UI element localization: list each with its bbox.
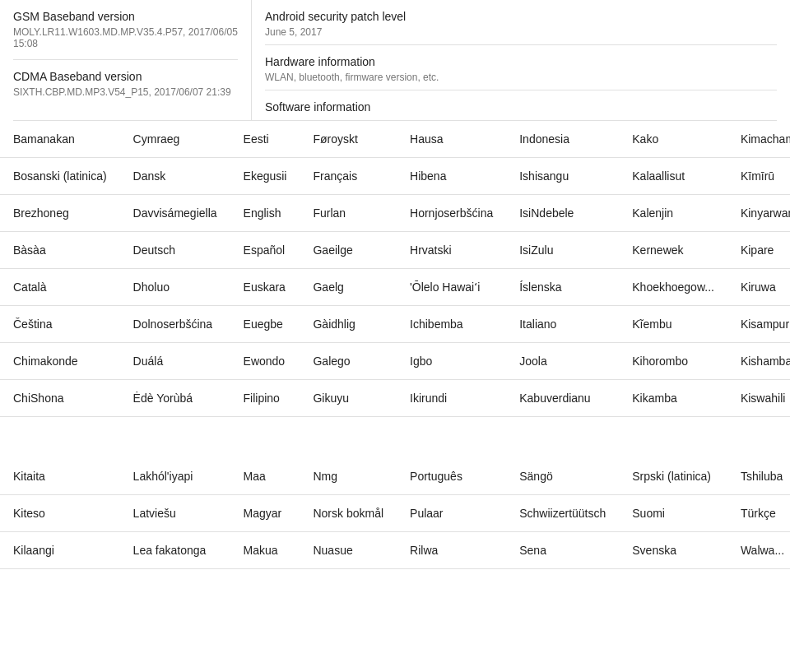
language-cell[interactable]: Bamanakan <box>0 121 120 158</box>
language-cell[interactable]: Davvisámegiella <box>120 195 230 232</box>
language-cell[interactable]: Indonesia <box>506 121 619 158</box>
hardware-sub: WLAN, bluetooth, firmware version, etc. <box>265 72 777 83</box>
language-cell[interactable]: Ishisangu <box>506 158 619 195</box>
language-cell[interactable]: Suomi <box>619 495 727 532</box>
language-cell[interactable]: Dansk <box>120 158 230 195</box>
language-cell[interactable]: Chimakonde <box>0 343 120 380</box>
language-cell[interactable]: Eesti <box>230 121 300 158</box>
language-cell[interactable]: Khoekhoegow... <box>619 269 727 306</box>
language-cell[interactable]: Ichibemba <box>397 306 506 343</box>
language-cell[interactable]: Srpski (latinica) <box>619 458 727 495</box>
language-cell[interactable]: Walwa... <box>727 532 790 569</box>
cdma-value: SIXTH.CBP.MD.MP3.V54_P15, 2017/06/07 21:… <box>13 86 238 98</box>
language-cell[interactable]: Kipare <box>727 232 790 269</box>
language-cell[interactable]: Euegbe <box>230 306 300 343</box>
language-cell[interactable]: Hrvatski <box>397 232 506 269</box>
language-cell[interactable]: Català <box>0 269 120 306</box>
language-cell[interactable]: Sängö <box>506 458 619 495</box>
language-cell[interactable]: Filipino <box>230 380 300 417</box>
language-cell[interactable]: Latviešu <box>120 495 230 532</box>
language-cell[interactable]: Hibena <box>397 158 506 195</box>
language-cell[interactable]: Dholuo <box>120 269 230 306</box>
language-cell[interactable]: Kitaita <box>0 458 120 495</box>
language-cell[interactable]: Íslenska <box>506 269 619 306</box>
language-cell[interactable]: Nmg <box>300 458 397 495</box>
language-cell[interactable]: Ėdè Yorùbá <box>120 380 230 417</box>
language-cell[interactable]: English <box>230 195 300 232</box>
language-cell[interactable]: Rilwa <box>397 532 506 569</box>
hardware-title: Hardware information <box>265 55 777 68</box>
language-cell[interactable]: Kiruwa <box>727 269 790 306</box>
language-cell[interactable]: Magyar <box>230 495 300 532</box>
language-cell[interactable]: Italiano <box>506 306 619 343</box>
language-cell[interactable]: Sena <box>506 532 619 569</box>
language-cell[interactable]: Kishambaa <box>727 343 790 380</box>
language-cell[interactable]: Deutsch <box>120 232 230 269</box>
language-cell[interactable]: Español <box>230 232 300 269</box>
language-cell[interactable]: Ewondo <box>230 343 300 380</box>
language-cell[interactable]: IsiZulu <box>506 232 619 269</box>
language-cell[interactable]: Kimachame <box>727 121 790 158</box>
language-cell[interactable]: Lakhól'iyapi <box>120 458 230 495</box>
language-cell[interactable]: Dolnoserbšćina <box>120 306 230 343</box>
language-cell[interactable]: Kiswahili <box>727 380 790 417</box>
language-cell[interactable]: Kinyarwanda <box>727 195 790 232</box>
language-cell[interactable]: Cymraeg <box>120 121 230 158</box>
language-cell[interactable]: Kako <box>619 121 727 158</box>
language-cell[interactable]: Norsk bokmål <box>300 495 397 532</box>
language-cell[interactable]: Lea fakatonga <box>120 532 230 569</box>
android-title: Android security patch level <box>265 10 777 23</box>
language-cell[interactable]: Gàidhlig <box>300 306 397 343</box>
language-cell[interactable]: Furlan <box>300 195 397 232</box>
language-cell[interactable]: Kabuverdianu <box>506 380 619 417</box>
language-cell[interactable]: Kisampur <box>727 306 790 343</box>
language-cell[interactable]: Ikirundi <box>397 380 506 417</box>
language-cell[interactable]: Gaelg <box>300 269 397 306</box>
language-cell[interactable]: Kalenjin <box>619 195 727 232</box>
language-cell[interactable]: Kalaallisut <box>619 158 727 195</box>
language-cell[interactable]: Makua <box>230 532 300 569</box>
language-cell[interactable]: Duálá <box>120 343 230 380</box>
language-cell[interactable]: Bosanski (latinica) <box>0 158 120 195</box>
gsm-title: GSM Baseband version <box>13 10 238 23</box>
language-cell[interactable]: Kernewek <box>619 232 727 269</box>
language-cell[interactable]: Türkçe <box>727 495 790 532</box>
language-cell[interactable]: Kĩembu <box>619 306 727 343</box>
language-cell[interactable]: Hornjoserbšćina <box>397 195 506 232</box>
language-cell[interactable]: Bàsàa <box>0 232 120 269</box>
language-cell[interactable]: ChiShona <box>0 380 120 417</box>
language-cell[interactable]: IsiNdebele <box>506 195 619 232</box>
language-cell[interactable]: Hausa <box>397 121 506 158</box>
language-cell[interactable]: Gaeilge <box>300 232 397 269</box>
language-cell[interactable]: Kīmīrū <box>727 158 790 195</box>
language-cell[interactable]: Føroyskt <box>300 121 397 158</box>
language-cell[interactable]: Kikamba <box>619 380 727 417</box>
language-cell[interactable]: Français <box>300 158 397 195</box>
language-cell[interactable]: Galego <box>300 343 397 380</box>
language-cell[interactable]: Nuasue <box>300 532 397 569</box>
software-title: Software information <box>265 100 777 114</box>
language-cell[interactable]: Svenska <box>619 532 727 569</box>
language-cell[interactable]: Kilaangi <box>0 532 120 569</box>
language-cell[interactable]: Euskara <box>230 269 300 306</box>
language-table: BamanakanCymraegEestiFøroysktHausaIndone… <box>0 121 790 569</box>
language-cell[interactable]: Kihorombo <box>619 343 727 380</box>
language-cell[interactable]: Pulaar <box>397 495 506 532</box>
language-cell[interactable]: Schwiizertüütsch <box>506 495 619 532</box>
language-cell[interactable]: 'Ōlelo Hawaiʻi <box>397 269 506 306</box>
language-cell[interactable]: Igbo <box>397 343 506 380</box>
language-cell[interactable]: Maa <box>230 458 300 495</box>
language-cell[interactable]: Ekegusii <box>230 158 300 195</box>
language-cell[interactable]: Kiteso <box>0 495 120 532</box>
language-cell[interactable]: Joola <box>506 343 619 380</box>
gsm-value: MOLY.LR11.W1603.MD.MP.V35.4.P57, 2017/06… <box>13 26 238 49</box>
android-value: June 5, 2017 <box>265 26 777 38</box>
language-cell[interactable]: Português <box>397 458 506 495</box>
language-cell[interactable]: Čeština <box>0 306 120 343</box>
language-cell[interactable]: Tshiluba <box>727 458 790 495</box>
cdma-title: CDMA Baseband version <box>13 70 238 83</box>
language-cell[interactable]: Brezhoneg <box>0 195 120 232</box>
language-cell[interactable]: Gikuyu <box>300 380 397 417</box>
